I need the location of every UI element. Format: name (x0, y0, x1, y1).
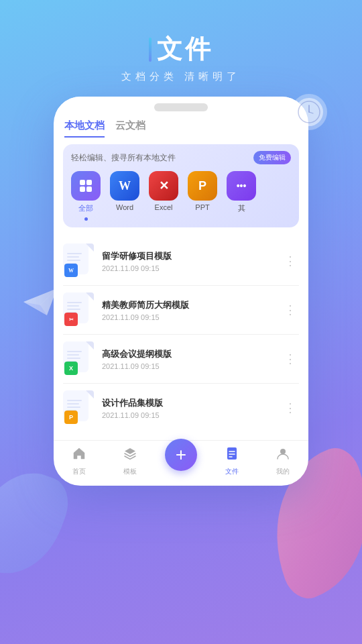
phone-content: 本地文档 云文档 轻松编辑、搜寻所有本地文件 免费编辑 (54, 113, 308, 486)
excel-label: Excel (155, 203, 173, 211)
file-icon-wrap: W (63, 244, 94, 278)
file-lines (67, 253, 82, 264)
home-icon (72, 446, 86, 465)
file-info: 留学研修项目模版 2021.11.09 09:15 (102, 250, 274, 272)
category-more[interactable]: ••• 其 (227, 171, 256, 221)
file-info: 高级会议提纲模版 2021.11.09 09:15 (102, 348, 274, 370)
category-icons: 全部 W Word ✕ Excel (71, 171, 291, 221)
file-more-button[interactable]: ⋮ (282, 349, 299, 369)
file-line (67, 305, 79, 307)
active-indicator (84, 217, 88, 221)
file-name: 留学研修项目模版 (102, 250, 274, 262)
file-icon-wrap: X (63, 341, 94, 376)
category-word[interactable]: W Word (110, 171, 139, 221)
nav-fab[interactable]: + (164, 452, 198, 471)
word-icon: W (110, 171, 139, 201)
category-excel[interactable]: ✕ Excel (149, 171, 178, 221)
layers-icon (123, 446, 137, 465)
file-line (67, 302, 82, 303)
file-info: 设计作品集模版 2021.11.09 09:15 (102, 397, 274, 419)
file-line (67, 253, 82, 254)
file-item[interactable]: X 高级会议提纲模版 2021.11.09 09:15 ⋮ (63, 335, 299, 384)
file-lines (67, 302, 82, 313)
more-icon: ••• (227, 171, 256, 201)
svg-rect-6 (80, 180, 85, 185)
nav-item-file[interactable]: 文件 (215, 446, 249, 476)
more-label: 其 (238, 203, 245, 213)
file-lines (67, 351, 82, 362)
file-item[interactable]: P 设计作品集模版 2021.11.09 09:15 ⋮ (63, 384, 299, 432)
svg-line-2 (309, 112, 313, 113)
phone-top-bar (54, 97, 308, 113)
header-title-row: 文件 (0, 32, 362, 66)
file-line (67, 403, 79, 405)
file-type-badge: ✂ (64, 313, 78, 326)
fab-button[interactable]: + (165, 439, 197, 471)
tab-cloud-doc[interactable]: 云文档 (115, 119, 145, 138)
nav-file-label: 文件 (225, 467, 239, 476)
fab-icon: + (176, 445, 186, 464)
clock-decoration (291, 94, 327, 130)
file-date: 2021.11.09 09:15 (102, 264, 274, 272)
file-more-button[interactable]: ⋮ (282, 251, 299, 271)
file-icon-wrap: ✂ (63, 292, 94, 327)
svg-rect-8 (80, 186, 85, 192)
header: 文件 文档分类 清晰明了 (0, 0, 362, 90)
banner-text: 轻松编辑、搜寻所有本地文件 (71, 152, 176, 164)
phone-notch (154, 103, 208, 111)
file-name: 精美教师简历大纲模版 (102, 299, 274, 311)
file-icon-wrap: P (63, 390, 94, 425)
file-name: 设计作品集模版 (102, 397, 274, 409)
nav-mine-label: 我的 (276, 467, 290, 476)
file-line (67, 256, 79, 258)
file-icon (225, 446, 239, 465)
svg-rect-10 (227, 447, 237, 460)
file-list: W 留学研修项目模版 2021.11.09 09:15 ⋮ (54, 234, 308, 435)
file-line (67, 351, 82, 352)
file-line (67, 407, 80, 408)
file-more-button[interactable]: ⋮ (282, 398, 299, 418)
file-item[interactable]: W 留学研修项目模版 2021.11.09 09:15 ⋮ (63, 237, 299, 286)
file-type-badge: P (64, 411, 78, 424)
nav-item-home[interactable]: 首页 (62, 446, 96, 476)
svg-rect-9 (86, 186, 92, 192)
file-type-badge: X (64, 362, 78, 375)
file-item[interactable]: ✂ 精美教师简历大纲模版 2021.11.09 09:15 ⋮ (63, 286, 299, 335)
file-type-badge: W (64, 264, 78, 277)
nav-home-label: 首页 (72, 467, 86, 476)
nav-item-mine[interactable]: 我的 (266, 446, 300, 476)
svg-point-14 (280, 449, 286, 454)
nav-item-template[interactable]: 模板 (113, 446, 147, 476)
free-edit-button[interactable]: 免费编辑 (253, 151, 291, 164)
file-line (67, 358, 80, 359)
ppt-icon: P (188, 171, 217, 201)
page-title: 文件 (157, 32, 213, 66)
category-all[interactable]: 全部 (71, 171, 101, 221)
file-date: 2021.11.09 09:15 (102, 411, 274, 419)
file-info: 精美教师简历大纲模版 2021.11.09 09:15 (102, 299, 274, 321)
file-name: 高级会议提纲模版 (102, 348, 274, 360)
excel-icon: ✕ (149, 171, 178, 201)
all-icon (71, 171, 101, 201)
file-line (67, 309, 80, 310)
phone-tab-bar: 本地文档 云文档 (54, 113, 308, 138)
nav-template-label: 模板 (123, 467, 137, 476)
tab-local-doc[interactable]: 本地文档 (64, 119, 105, 138)
category-ppt[interactable]: P PPT (188, 171, 217, 221)
file-date: 2021.11.09 09:15 (102, 313, 274, 321)
banner-top: 轻松编辑、搜寻所有本地文件 免费编辑 (71, 151, 291, 164)
ppt-label: PPT (195, 203, 209, 211)
header-accent-bar (149, 38, 152, 62)
file-line (67, 400, 82, 401)
file-lines (67, 400, 82, 411)
file-more-button[interactable]: ⋮ (282, 300, 299, 320)
bottom-nav: 首页 模板 + (54, 440, 308, 486)
user-icon (276, 446, 290, 465)
svg-rect-7 (86, 180, 92, 185)
header-subtitle: 文档分类 清晰明了 (0, 70, 362, 83)
word-label: Word (116, 203, 133, 211)
file-line (67, 354, 79, 356)
file-line (67, 260, 80, 261)
clock-inner (295, 98, 323, 126)
all-label: 全部 (78, 203, 93, 213)
